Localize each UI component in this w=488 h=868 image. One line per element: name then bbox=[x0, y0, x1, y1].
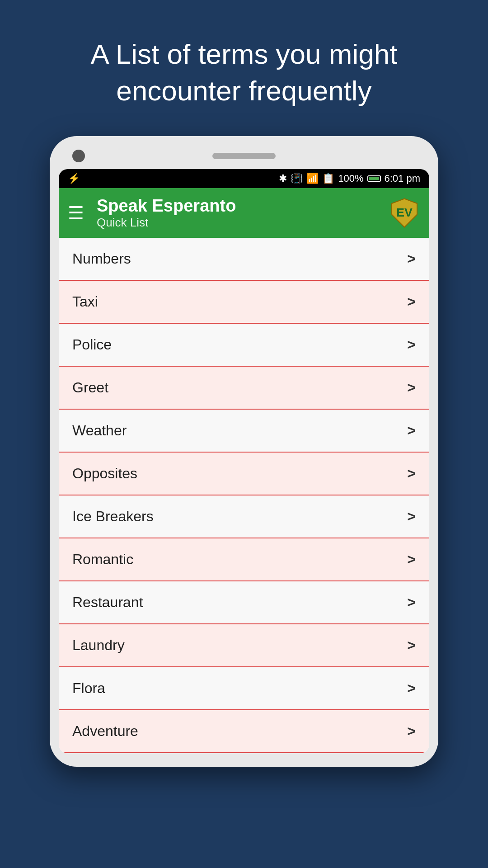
sim-icon: 📋 bbox=[322, 173, 334, 184]
status-bar: ⚡ ✱ 📳 📶 📋 100% 6:01 pm bbox=[59, 169, 429, 188]
list-item[interactable]: Weather> bbox=[59, 410, 429, 453]
wifi-icon: 📶 bbox=[306, 173, 319, 184]
list-item-chevron: > bbox=[407, 551, 416, 568]
list-item-label: Greet bbox=[72, 379, 108, 396]
list-item[interactable]: Romantic> bbox=[59, 538, 429, 581]
list-item-label: Restaurant bbox=[72, 594, 143, 611]
list-item-chevron: > bbox=[407, 293, 416, 310]
list-item-label: Adventure bbox=[72, 723, 138, 740]
list-item-label: Police bbox=[72, 336, 112, 353]
app-bar-title: Speak Esperanto bbox=[97, 196, 389, 216]
list-item-label: Laundry bbox=[72, 637, 125, 654]
list-item-chevron: > bbox=[407, 336, 416, 353]
list-item-chevron: > bbox=[407, 508, 416, 525]
list-item-label: Taxi bbox=[72, 293, 98, 310]
battery-bar-icon bbox=[367, 175, 381, 182]
list-item[interactable]: Opposites> bbox=[59, 453, 429, 495]
app-bar: ☰ Speak Esperanto Quick List EV bbox=[59, 188, 429, 238]
list-item-chevron: > bbox=[407, 723, 416, 740]
page-title: A List of terms you might encounter freq… bbox=[0, 36, 488, 109]
list-item[interactable]: Numbers> bbox=[59, 238, 429, 281]
battery-percent: 100% bbox=[338, 173, 363, 184]
list-item-chevron: > bbox=[407, 379, 416, 396]
svg-text:EV: EV bbox=[396, 206, 413, 220]
list-item-chevron: > bbox=[407, 465, 416, 482]
app-bar-text: Speak Esperanto Quick List bbox=[97, 196, 389, 230]
list-item-chevron: > bbox=[407, 422, 416, 439]
status-time: 6:01 pm bbox=[385, 173, 421, 184]
phone-screen: ⚡ ✱ 📳 📶 📋 100% 6:01 pm ☰ Speak Esperanto… bbox=[59, 169, 429, 753]
status-left: ⚡ bbox=[68, 173, 80, 184]
list-item-chevron: > bbox=[407, 250, 416, 267]
phone-notch bbox=[59, 150, 429, 169]
list-item[interactable]: Greet> bbox=[59, 367, 429, 410]
list-item-label: Weather bbox=[72, 422, 127, 439]
speaker-bar bbox=[212, 153, 276, 159]
list-item[interactable]: Flora> bbox=[59, 667, 429, 710]
list-item-label: Ice Breakers bbox=[72, 508, 154, 525]
list-item-label: Flora bbox=[72, 680, 105, 697]
menu-icon[interactable]: ☰ bbox=[68, 204, 84, 222]
list-item-label: Numbers bbox=[72, 250, 131, 267]
list-item[interactable]: Restaurant> bbox=[59, 581, 429, 624]
quick-list: Numbers>Taxi>Police>Greet>Weather>Opposi… bbox=[59, 238, 429, 753]
list-item[interactable]: Ice Breakers> bbox=[59, 495, 429, 538]
list-item-chevron: > bbox=[407, 637, 416, 654]
app-bar-subtitle: Quick List bbox=[97, 216, 389, 230]
bluetooth-icon: ✱ bbox=[279, 173, 287, 184]
status-right: ✱ 📳 📶 📋 100% 6:01 pm bbox=[279, 173, 420, 184]
list-item[interactable]: Adventure> bbox=[59, 710, 429, 753]
list-item-label: Romantic bbox=[72, 551, 133, 568]
list-item[interactable]: Police> bbox=[59, 324, 429, 367]
usb-icon: ⚡ bbox=[68, 173, 80, 184]
list-item[interactable]: Taxi> bbox=[59, 281, 429, 324]
vibrate-icon: 📳 bbox=[291, 173, 303, 184]
list-item-label: Opposites bbox=[72, 465, 137, 482]
list-item[interactable]: Laundry> bbox=[59, 624, 429, 667]
phone-frame: ⚡ ✱ 📳 📶 📋 100% 6:01 pm ☰ Speak Esperanto… bbox=[50, 136, 438, 767]
app-logo: EV bbox=[389, 197, 420, 229]
camera-dot bbox=[72, 150, 85, 162]
list-item-chevron: > bbox=[407, 594, 416, 611]
list-item-chevron: > bbox=[407, 680, 416, 697]
